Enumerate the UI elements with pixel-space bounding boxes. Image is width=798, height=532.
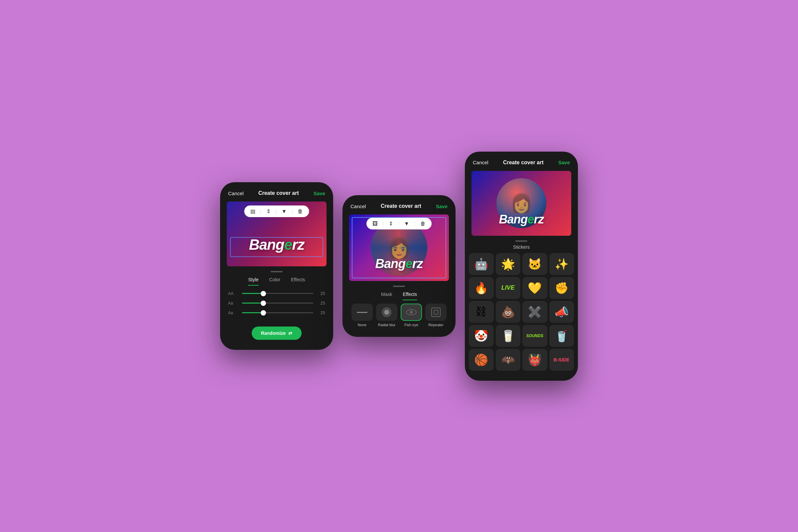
randomize-label: Randomize <box>261 330 286 336</box>
album-title-text: Bangerz <box>249 236 305 253</box>
divider-3 <box>292 209 292 214</box>
slider-1-label: AA <box>228 291 238 296</box>
slider-1-thumb[interactable] <box>261 291 266 296</box>
cover-art-canvas: ▤ ⇕ ▼ 🗑 Bangerz <box>227 202 326 266</box>
slider-2-value: 25 <box>317 301 325 306</box>
text-icon[interactable]: ▤ <box>250 208 255 214</box>
drag-handle-3[interactable] <box>515 241 527 242</box>
image-icon[interactable]: 🖼 <box>373 221 378 227</box>
cover-gradient: ▤ ⇕ ▼ 🗑 Bangerz <box>227 202 326 266</box>
slider-1-track[interactable] <box>242 293 313 294</box>
page-title: Create cover art <box>258 190 299 196</box>
phone-3-header: Cancel Create cover art Save <box>465 152 578 171</box>
sticker-chain[interactable]: ⛓ <box>469 301 494 323</box>
slider-2-thumb[interactable] <box>261 301 266 306</box>
effect-radial-blur[interactable]: Radial blur <box>376 304 397 327</box>
slider-row-3: Aa 25 <box>228 310 325 315</box>
sticker-cat[interactable]: 🐱 <box>522 253 547 275</box>
repeater-inner-shape <box>434 310 438 315</box>
stickers-section: Stickers 🤖 🌟 🐱 ✨ 🔥 LIVE 💛 ✊ ⛓ 💩 ✖️ 📣 🤡 🥛… <box>465 244 578 371</box>
cover-art-canvas-3: 👩 Bangerz <box>472 171 571 236</box>
divider-5 <box>398 221 399 226</box>
effect-repeater[interactable]: Repeater <box>425 304 446 327</box>
sticker-milk[interactable]: 🥛 <box>496 325 521 347</box>
slider-2-label: Aa <box>228 301 238 306</box>
cover-bg-2: 👩 🖼 ⇕ ▼ 🗑 Bangerz <box>349 214 449 281</box>
filter-icon[interactable]: ▼ <box>282 208 287 214</box>
slider-3-thumb[interactable] <box>261 310 266 316</box>
sticker-clown[interactable]: 🤡 <box>469 325 494 347</box>
tab-effects[interactable]: Effects <box>291 277 305 286</box>
sticker-fist[interactable]: ✊ <box>549 277 574 299</box>
sticker-bat[interactable]: 🦇 <box>496 349 521 371</box>
slider-1-fill <box>242 293 263 294</box>
sliders-section: AA 25 Aa 25 Aa <box>220 286 333 323</box>
sticker-basketball[interactable]: 🏀 <box>469 349 494 371</box>
fish-eye-icon-box <box>401 304 422 321</box>
divider-6 <box>415 221 415 226</box>
slider-3-label: Aa <box>228 310 238 315</box>
repeater-icon-shape <box>431 307 440 317</box>
divider-2 <box>276 209 276 214</box>
divider-4 <box>383 221 383 226</box>
align-icon-2[interactable]: ⇕ <box>389 221 393 227</box>
cancel-button[interactable]: Cancel <box>228 191 244 196</box>
sticker-live[interactable]: LIVE <box>496 277 521 299</box>
cancel-button-2[interactable]: Cancel <box>350 204 366 209</box>
sticker-sparkle[interactable]: 🌟 <box>496 253 521 275</box>
sticker-cross[interactable]: ✖️ <box>522 301 547 323</box>
slider-1-value: 25 <box>317 291 325 296</box>
filter-icon-2[interactable]: ▼ <box>404 221 409 227</box>
drag-handle[interactable] <box>271 271 283 272</box>
radial-blur-icon <box>382 307 391 317</box>
sticker-heart[interactable]: 💛 <box>522 277 547 299</box>
sticker-megaphone[interactable]: 📣 <box>549 301 574 323</box>
page-title-2: Create cover art <box>381 203 421 209</box>
slider-2-track[interactable] <box>242 303 313 304</box>
none-label: None <box>358 323 366 327</box>
sticker-sounds[interactable]: SOUNDS <box>522 325 547 347</box>
tab-style[interactable]: Style <box>248 277 258 286</box>
tab-effects-2[interactable]: Effects <box>403 291 417 300</box>
stickers-title: Stickers <box>469 244 574 250</box>
effect-fish-eye[interactable]: Fish eye <box>401 304 422 327</box>
cancel-button-3[interactable]: Cancel <box>473 159 489 165</box>
sticker-poop[interactable]: 💩 <box>496 301 521 323</box>
delete-icon-2[interactable]: 🗑 <box>420 221 425 227</box>
sticker-can[interactable]: 🥤 <box>549 325 574 347</box>
toolbar-bubble-2: 🖼 ⇕ ▼ 🗑 <box>366 218 432 229</box>
phone-2: Cancel Create cover art Save 👩 🖼 ⇕ ▼ 🗑 <box>342 195 456 337</box>
toolbar-bubble: ▤ ⇕ ▼ 🗑 <box>244 206 309 217</box>
slider-3-track[interactable] <box>242 312 313 313</box>
effects-row: None Radial blur Fish eye <box>342 300 456 327</box>
radial-icon-box <box>376 304 397 321</box>
save-button-2[interactable]: Save <box>436 204 448 209</box>
tab-bar: Style Color Effects <box>220 275 333 286</box>
save-button-3[interactable]: Save <box>558 159 570 165</box>
randomize-button[interactable]: Randomize ⇄ <box>252 326 302 340</box>
none-icon-box <box>352 304 373 321</box>
slider-row-2: Aa 25 <box>228 301 325 306</box>
phone-2-header: Cancel Create cover art Save <box>342 195 456 214</box>
phone-1-header: Cancel Create cover art Save <box>220 182 333 202</box>
radial-blur-label: Radial blur <box>378 323 396 327</box>
sticker-star[interactable]: ✨ <box>549 253 574 275</box>
delete-icon[interactable]: 🗑 <box>298 208 303 214</box>
eye-pupil <box>410 311 413 314</box>
sticker-robot[interactable]: 🤖 <box>469 253 494 275</box>
page-title-3: Create cover art <box>503 159 544 166</box>
effect-none[interactable]: None <box>352 304 373 327</box>
cover-art-canvas-2: 👩 🖼 ⇕ ▼ 🗑 Bangerz <box>349 214 449 281</box>
align-icon[interactable]: ⇕ <box>266 208 271 214</box>
drag-handle-2[interactable] <box>393 286 405 287</box>
sticker-game[interactable]: B-SIDE <box>549 349 574 371</box>
tab-color[interactable]: Color <box>269 277 280 286</box>
tab-mask[interactable]: Mask <box>381 291 392 300</box>
repeater-icon-box <box>425 304 446 321</box>
save-button[interactable]: Save <box>314 191 325 196</box>
tab-bar-2: Mask Effects <box>342 290 456 300</box>
sticker-fire[interactable]: 🔥 <box>469 277 494 299</box>
none-line-icon <box>357 312 367 313</box>
stickers-grid: 🤖 🌟 🐱 ✨ 🔥 LIVE 💛 ✊ ⛓ 💩 ✖️ 📣 🤡 🥛 SOUNDS 🥤… <box>469 253 574 371</box>
sticker-face[interactable]: 👹 <box>522 349 547 371</box>
